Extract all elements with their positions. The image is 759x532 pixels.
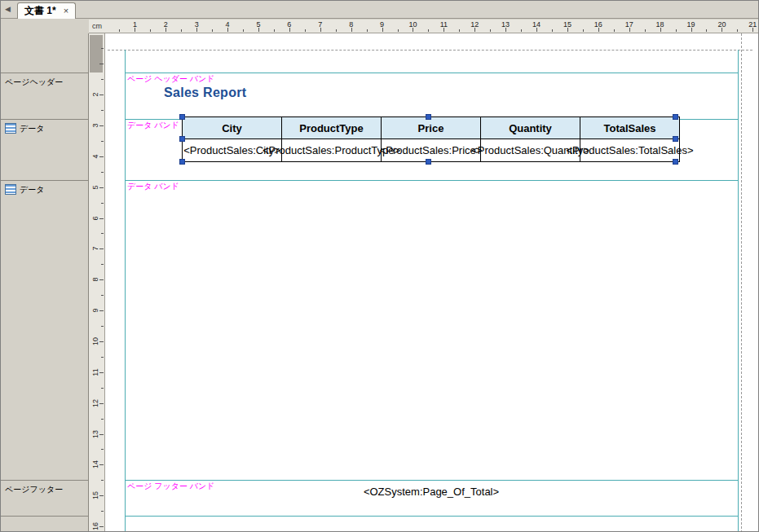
ruler-tick [99,310,104,311]
band-caption-data-1[interactable]: データ バンド [127,120,179,131]
ruler-tick [99,218,104,219]
tab-close-icon[interactable]: × [64,7,68,15]
table-field-cell[interactable]: <ProductSales:Quantity> [481,139,580,162]
ruler-number: 5 [91,181,99,194]
table-header-cell[interactable]: TotalSales [580,117,680,139]
band-row-label: データ [20,184,44,196]
band-caption-data-2[interactable]: データ バンド [127,181,179,192]
table-header-cell[interactable]: Quantity [481,117,580,139]
ruler-tick [101,79,104,80]
ruler-number: 10 [408,20,417,29]
ruler-tick [119,29,120,32]
ruler-tick [274,29,275,32]
table-header-text: Quantity [509,122,552,134]
ruler-tick [101,233,104,234]
ruler-number: 1 [133,20,137,29]
band-line-page-header-top [125,73,738,73]
selection-handle-w[interactable] [179,136,185,142]
tab-scroll-left-icon[interactable]: ◀ [5,5,11,13]
ruler-tick [99,279,104,280]
table-header-text: Price [418,122,444,134]
ruler-number: 8 [91,273,99,286]
ruler-number: 12 [470,20,479,29]
data-band-icon [5,123,16,134]
ruler-tick [181,29,182,32]
band-caption-page-header[interactable]: ページ ヘッダー バンド [127,73,214,85]
ruler-number: 3 [195,20,199,29]
selection-handle-n[interactable] [426,114,431,120]
ruler-tick [490,29,491,32]
ruler-tick [428,29,429,32]
ruler-tick [99,372,104,373]
ruler-tick [99,464,104,465]
selection-handle-e[interactable] [673,136,678,142]
band-panel: ページヘッダー データ データ ページフッター [1,33,89,532]
ruler-tick [101,203,104,204]
ruler-tick [706,29,707,32]
ruler-number: 6 [287,20,291,29]
ruler-tick [676,29,677,32]
table-field-cell[interactable]: <ProductSales:ProductType> [282,139,382,162]
band-separator [1,516,89,517]
ruler-tick [101,480,104,481]
ruler-number: 17 [625,20,633,29]
ruler-number: 11 [440,20,448,29]
ruler-tick [459,29,460,32]
table-header-cell[interactable]: ProductType [282,117,382,139]
selection-handle-nw[interactable] [179,114,185,120]
ruler-tick [101,449,104,450]
report-title[interactable]: Sales Report [164,86,246,100]
page-right-boundary [738,50,739,532]
ruler-tick [737,29,738,32]
ruler-tick [150,29,151,32]
table-header-cell[interactable]: Price [382,117,481,139]
ruler-number: 13 [91,428,99,441]
ruler-tick [99,95,104,95]
ruler-tick [99,495,104,496]
band-line-page-footer-bottom [125,516,738,517]
ruler-number: 21 [748,20,757,29]
ruler-unit-label: cm [92,22,102,30]
ruler-number: 19 [686,20,695,29]
ruler-tick [101,141,104,142]
ruler-number: 3 [91,119,99,132]
band-row-data-1[interactable]: データ [1,120,88,180]
page-margin-line-top [108,50,752,51]
selection-handle-se[interactable] [673,159,678,165]
footer-page-field[interactable]: <OZSystem:Page_Of_Total> [125,486,738,498]
band-line-data-2-top [125,180,738,181]
band-row-data-2[interactable]: データ [1,181,88,262]
band-row-label: データ [20,123,44,134]
band-row-label: ページフッター [5,484,63,495]
report-table[interactable]: City ProductType Price Quantity TotalSal… [182,117,680,162]
ruler-tick [101,511,104,512]
band-row-page-footer[interactable]: ページフッター [1,481,88,516]
ruler-tick [99,526,104,527]
band-row-page-header[interactable]: ページヘッダー [1,73,88,119]
ruler-tick [101,388,104,389]
ruler-number: 16 [594,20,602,29]
ruler-tick [552,29,553,32]
data-band-icon [5,184,16,195]
ruler-number: 15 [91,489,99,502]
table-field-text: <ProductSales:TotalSales> [566,144,693,156]
ruler-unit-box: cm [89,20,105,33]
ruler-tick [243,29,244,32]
ruler-number: 10 [91,335,99,348]
selection-handle-ne[interactable] [673,114,678,120]
table-field-text: <ProductSales:Price> [380,144,483,156]
ruler-number: 11 [91,366,99,379]
ruler-number: 12 [91,397,99,410]
ruler-number: 9 [380,20,384,29]
document-tab[interactable]: 文書 1* × [17,2,76,19]
selection-handle-sw[interactable] [179,159,185,165]
selection-handle-s[interactable] [426,159,431,165]
ruler-tick [101,172,104,173]
table-field-cell[interactable]: <ProductSales:TotalSales> [580,139,680,162]
ruler-offpage-block [90,35,103,73]
report-designer-window: ◀ 文書 1* × cm 123456789101112131415161718… [0,0,759,532]
ruler-number: 8 [349,20,353,29]
page-edge-line-right [741,33,742,532]
ruler-tick [101,48,104,49]
table-header-cell[interactable]: City [183,117,282,139]
